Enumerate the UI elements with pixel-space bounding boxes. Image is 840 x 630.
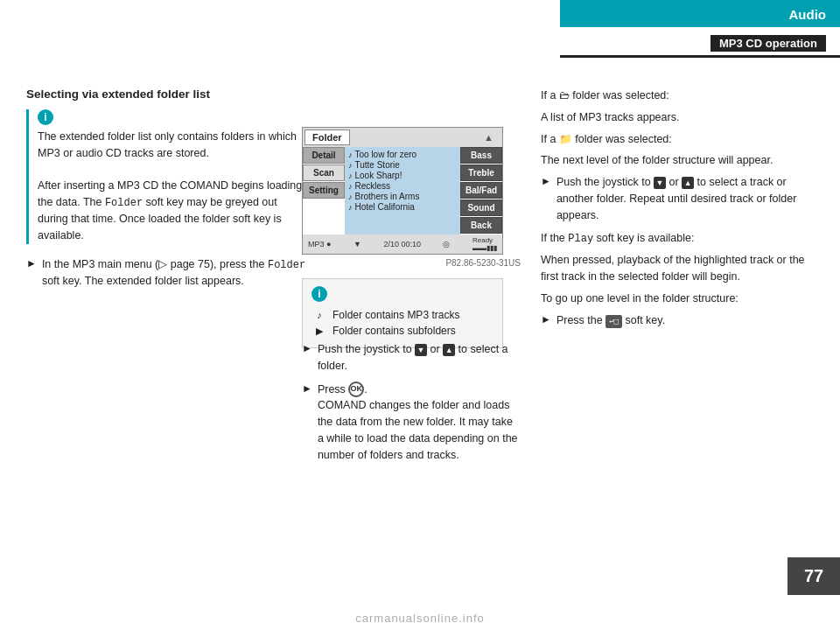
legend-subfolder-text: Folder contains subfolders xyxy=(332,325,456,337)
mid-bullet-arrow-1: ► xyxy=(302,342,312,354)
info-box: i The extended folder list only contains… xyxy=(26,109,306,244)
mp3-folder-icon: ♪ xyxy=(312,310,327,320)
music-icon-6: ♪ xyxy=(348,203,353,212)
up-nav-icon-r: ▲ xyxy=(682,177,694,189)
mid-bullet-2: ► Press OK. COMAND changes the folder an… xyxy=(302,382,521,464)
back-btn[interactable]: Back xyxy=(460,217,502,234)
screen-up-arrow[interactable]: ▲ xyxy=(484,132,494,143)
legend-info-icon: i xyxy=(312,286,327,302)
music-icon-2: ♪ xyxy=(348,161,353,170)
figure-caption: P82.86-5230-31US xyxy=(302,258,521,268)
mid-bullet-text-2: Press OK. COMAND changes the folder and … xyxy=(318,382,521,464)
music-icon-1: ♪ xyxy=(348,150,353,159)
track-item-2: ♪ Tutte Storie xyxy=(348,160,457,170)
section-title: Selecting via extended folder list xyxy=(26,88,306,101)
screen-down-arrow: ▼ xyxy=(354,240,361,248)
audio-label: Audio xyxy=(789,7,827,22)
legend-mp3-text: Folder contains MP3 tracks xyxy=(332,309,459,321)
sub-label: MP3 CD operation xyxy=(710,35,826,52)
music-icon-5: ♪ xyxy=(348,192,353,201)
right-para-7: To go up one level in the folder structu… xyxy=(541,290,812,307)
page-number: 77 xyxy=(788,557,840,595)
left-bullet-1: ► In the MP3 main menu (▷ page 75), pres… xyxy=(26,256,306,290)
right-para-3: If a 📁 folder was selected: xyxy=(541,131,812,148)
sub-header: MP3 CD operation xyxy=(560,32,840,58)
right-column: If a 🗁 folder was selected: A list of MP… xyxy=(541,88,812,335)
folder-btn[interactable]: Folder xyxy=(304,130,350,145)
track-item-1: ♪ Too low for zero xyxy=(348,150,457,159)
track-item-6: ♪ Hotel California xyxy=(348,202,457,212)
screen-joystick-icon: ◎ xyxy=(443,240,450,248)
audio-header: Audio xyxy=(560,0,840,27)
screen-left-buttons: Detail Scan Setting xyxy=(303,147,345,234)
track-item-4: ♪ Reckless xyxy=(348,181,457,191)
right-bullet-text-1: Push the joystick to ▼ or ▲ to select a … xyxy=(556,174,812,223)
down-nav-icon-r: ▼ xyxy=(654,177,666,189)
legend-item-mp3: ♪ Folder contains MP3 tracks xyxy=(312,309,494,321)
bass-btn[interactable]: Bass xyxy=(460,147,502,164)
track-item-5: ♪ Brothers in Arms xyxy=(348,192,457,201)
right-para-4: The next level of the folder structure w… xyxy=(541,152,812,169)
scan-btn[interactable]: Scan xyxy=(303,164,345,181)
info-icon: i xyxy=(38,109,53,125)
screen-footer: MP3 ● ▼ 2/10 00:10 ◎ Ready▬▬▮▮▮ xyxy=(303,234,502,254)
down-nav-icon: ▼ xyxy=(415,344,427,356)
right-para-1: If a 🗁 folder was selected: xyxy=(541,88,812,104)
right-bullet-arrow-2: ► xyxy=(541,313,551,326)
right-para-2: A list of MP3 tracks appears. xyxy=(541,109,812,126)
up-nav-icon: ▲ xyxy=(443,344,455,356)
right-bullet-2: ► Press the ↩□ soft key. xyxy=(541,312,812,329)
mid-bullets: ► Push the joystick to ▼ or ▲ to select … xyxy=(302,341,521,470)
setting-btn[interactable]: Setting xyxy=(303,182,345,199)
ready-status: Ready▬▬▮▮▮ xyxy=(472,236,497,252)
left-column: Selecting via extended folder list i The… xyxy=(26,88,306,296)
mid-bullet-text-1: Push the joystick to ▼ or ▲ to select a … xyxy=(318,341,521,374)
legend-item-1: i xyxy=(312,286,494,305)
right-bullet-text-2: Press the ↩□ soft key. xyxy=(556,312,665,329)
track-item-3: ♪ Look Sharp! xyxy=(348,171,457,180)
back-soft-key-icon: ↩□ xyxy=(606,315,622,329)
right-bullet-arrow-1: ► xyxy=(541,175,551,187)
bullet-text-1: In the MP3 main menu (▷ page 75), press … xyxy=(42,256,306,290)
watermark: carmanualsonline.info xyxy=(355,612,484,625)
treble-btn[interactable]: Treble xyxy=(460,164,502,181)
balfad-btn[interactable]: Bal/Fad xyxy=(460,182,502,199)
subfolder-icon: ▶ xyxy=(312,326,327,337)
legend-item-subfolder: ▶ Folder contains subfolders xyxy=(312,325,494,337)
music-icon-3: ♪ xyxy=(348,172,353,180)
screen-area: Folder ▲ Detail Scan Setting ♪ Too low f… xyxy=(302,127,521,348)
track-list: ♪ Too low for zero ♪ Tutte Storie ♪ Look… xyxy=(345,147,460,234)
right-bullet-1: ► Push the joystick to ▼ or ▲ to select … xyxy=(541,174,812,223)
mid-bullet-arrow-2: ► xyxy=(302,382,312,395)
legend-box: i ♪ Folder contains MP3 tracks ▶ Folder … xyxy=(302,278,503,348)
mp3-label: MP3 ● xyxy=(308,240,331,248)
screen-right-buttons: Bass Treble Bal/Fad Sound Back xyxy=(460,147,502,234)
screen-display: Folder ▲ Detail Scan Setting ♪ Too low f… xyxy=(302,127,503,255)
right-para-5: If the Play soft key is available: xyxy=(541,230,812,247)
ok-icon: OK xyxy=(348,382,364,397)
music-icon-4: ♪ xyxy=(348,182,353,191)
screen-header-row: Folder ▲ xyxy=(303,128,502,147)
info-text: The extended folder list only contains f… xyxy=(38,129,306,244)
mid-bullet-1: ► Push the joystick to ▼ or ▲ to select … xyxy=(302,341,521,374)
track-info: 2/10 00:10 xyxy=(383,240,421,248)
sound-btn[interactable]: Sound xyxy=(460,200,502,216)
right-para-6: When pressed, playback of the highlighte… xyxy=(541,252,812,285)
screen-main: Detail Scan Setting ♪ Too low for zero ♪… xyxy=(303,147,502,234)
detail-btn[interactable]: Detail xyxy=(303,147,345,164)
bullet-arrow-1: ► xyxy=(26,257,37,270)
